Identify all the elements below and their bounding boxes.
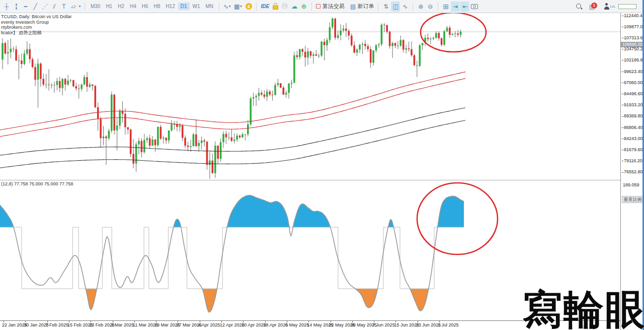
price-axis-label: 79116.20 bbox=[622, 158, 642, 163]
price-axis-label: 76552.80 bbox=[622, 169, 643, 174]
indicators-icon[interactable]: ∿▼ bbox=[222, 2, 232, 12]
chart-shift-end-icon[interactable]: ⇥ bbox=[451, 2, 460, 12]
date-axis-label: 12 Apr 2025 bbox=[220, 322, 245, 327]
chart-shift-icon[interactable]: ⇤ bbox=[460, 2, 469, 12]
timeframe-w1[interactable]: W1 bbox=[190, 3, 203, 10]
price-axis-label: 109877.00 bbox=[622, 24, 644, 29]
date-axis-label: 15 Jun 2025 bbox=[394, 322, 419, 327]
shapes-dropdown-caret[interactable]: ▼ bbox=[78, 5, 82, 8]
market-globe-icon[interactable]: ⊕ bbox=[299, 2, 308, 12]
mt5-window: ┼╏╍╱⋰⫽T▱ ▼ M30H1H2H4H6H8H12D1W1MN ∿▼ ▦▼ … bbox=[0, 0, 644, 330]
notification-icon[interactable]: 1 bbox=[588, 2, 598, 12]
connection-status-bar bbox=[618, 4, 636, 9]
search-icon[interactable] bbox=[575, 2, 584, 12]
price-axis-label: 112440.40 bbox=[622, 13, 644, 18]
chart-column: TCUSD, Daily: Bitcoin vs US Dollar event… bbox=[0, 13, 620, 330]
indicator-axis-label: 189.059 bbox=[623, 182, 639, 187]
equidistant-channel-tool[interactable]: ⫽ bbox=[50, 2, 59, 12]
price-axis-label: 81679.60 bbox=[622, 147, 643, 152]
shapes-tool[interactable]: ▱ bbox=[69, 2, 78, 12]
timeframe-m30[interactable]: M30 bbox=[88, 3, 103, 10]
date-axis-label: 7 Feb 2025 bbox=[46, 322, 69, 327]
date-axis-label: 4 Apr 2025 bbox=[198, 322, 220, 327]
line-chart-icon[interactable]: ∿ bbox=[400, 2, 410, 12]
crosshair-tool[interactable]: ┼ bbox=[2, 2, 11, 12]
zoom-in-icon[interactable]: ⊕ bbox=[416, 2, 425, 12]
chart-area: TCUSD, Daily: Bitcoin vs US Dollar event… bbox=[0, 13, 644, 330]
template-icon[interactable]: ▦▼ bbox=[233, 2, 244, 12]
vertical-line-tool[interactable]: ╏ bbox=[12, 2, 21, 12]
broker-line: eventy Investech Group bbox=[1, 20, 72, 25]
trendline-angle-tool[interactable]: ⋰ bbox=[40, 2, 49, 12]
price-axis-label: 89369.80 bbox=[622, 113, 643, 118]
date-axis-label: 20 Apr 2025 bbox=[242, 322, 266, 327]
date-axis-label: 28 Apr 2025 bbox=[264, 322, 288, 327]
deposit-icon[interactable]: $ bbox=[244, 2, 253, 12]
timeframe-h4[interactable]: H4 bbox=[127, 3, 139, 10]
lock-icon[interactable] bbox=[271, 2, 280, 12]
price-axis-label: 99623.40 bbox=[622, 69, 643, 74]
tile-windows-icon[interactable]: ⊞ bbox=[441, 2, 450, 12]
timeframe-h8[interactable]: H8 bbox=[151, 3, 163, 10]
timeframe-h6[interactable]: H6 bbox=[139, 3, 151, 10]
price-axis-label: 102186.80 bbox=[622, 57, 644, 62]
timeframe-h2[interactable]: H2 bbox=[115, 3, 127, 10]
date-axis-label: 22 Jan 2025 bbox=[2, 322, 27, 327]
separator bbox=[413, 3, 413, 11]
current-price-tag: 108690.00 bbox=[621, 42, 644, 47]
timeframe-h1[interactable]: H1 bbox=[103, 3, 115, 10]
timeframe-group: M30H1H2H4H6H8H12D1W1MN bbox=[88, 3, 216, 10]
toolbar: ┼╏╍╱⋰⫽T▱ ▼ M30H1H2H4H6H8H12D1W1MN ∿▼ ▦▼ … bbox=[0, 0, 644, 13]
algo-trading-button[interactable]: 算法交易 bbox=[315, 2, 346, 12]
community-icon: ⓜ bbox=[280, 2, 289, 12]
price-axis[interactable]: 112440.40109877.00107313.60104750.201021… bbox=[620, 13, 644, 330]
separator bbox=[311, 3, 312, 11]
price-axis-label: 91933.20 bbox=[622, 102, 643, 107]
date-axis-label: 3 Mar 2025 bbox=[111, 322, 134, 327]
zoom-out-icon[interactable]: ⊖ bbox=[426, 2, 435, 12]
symbol-title: TCUSD, Daily: Bitcoin vs US Dollar bbox=[1, 14, 72, 20]
vertical-scale-button[interactable]: 垂直比例 bbox=[622, 196, 643, 203]
cloud-icon[interactable]: ☁ bbox=[290, 2, 299, 12]
price-axis-label: 86806.40 bbox=[622, 125, 643, 130]
broker-site: ntybrokers.com bbox=[1, 25, 72, 30]
text-tool[interactable]: T bbox=[59, 2, 68, 12]
timeframe-h12[interactable]: H12 bbox=[163, 3, 177, 10]
indicator-values-label: (12,8) 77.758 75.000 75.000 77.758 bbox=[1, 181, 73, 186]
indicator-title: licator】 趋势之階梯 bbox=[1, 30, 72, 36]
watermark-text: 寫輪眼 bbox=[522, 290, 644, 330]
new-order-icon: ▤ bbox=[350, 3, 356, 10]
separator bbox=[438, 3, 438, 11]
separator bbox=[378, 3, 378, 11]
separator bbox=[219, 3, 219, 11]
timeframe-mn[interactable]: MN bbox=[203, 3, 216, 10]
date-axis-label: 30 Jan 2025 bbox=[24, 322, 49, 327]
price-chart[interactable] bbox=[0, 13, 620, 180]
price-pane[interactable]: TCUSD, Daily: Bitcoin vs US Dollar event… bbox=[0, 13, 620, 180]
date-axis-label: 7 Jun 2025 bbox=[372, 322, 395, 327]
trendline-tool[interactable]: ╱ bbox=[31, 2, 40, 12]
separator bbox=[85, 3, 85, 11]
symbol-info: TCUSD, Daily: Bitcoin vs US Dollar event… bbox=[1, 14, 72, 35]
account-icon[interactable]: LVL bbox=[603, 2, 616, 12]
drawing-tools-group: ┼╏╍╱⋰⫽T▱ bbox=[2, 2, 78, 12]
price-axis-label: 97060.00 bbox=[622, 80, 643, 85]
horizontal-line-tool[interactable]: ╍ bbox=[21, 2, 30, 12]
ide-button[interactable]: IDE bbox=[260, 2, 270, 12]
date-axis-label: 6 May 2025 bbox=[285, 322, 309, 327]
date-axis-label: 23 Jun 2025 bbox=[416, 322, 441, 327]
price-axis-label: 94496.60 bbox=[622, 91, 643, 96]
tick-chart-icon[interactable]: ⇅ bbox=[381, 2, 390, 12]
notification-badge: 1 bbox=[591, 3, 597, 9]
price-axis-label: 84243.00 bbox=[622, 136, 643, 141]
new-order-button[interactable]: ▤新订单 bbox=[349, 2, 375, 12]
timeframe-d1[interactable]: D1 bbox=[178, 3, 190, 10]
separator bbox=[256, 3, 257, 11]
date-axis-label: 1 Jul 2025 bbox=[438, 322, 459, 327]
price-axis-label: 107313.60 bbox=[622, 35, 644, 40]
screenshot-camera-icon[interactable] bbox=[470, 2, 479, 12]
algo-trading-icon bbox=[316, 4, 320, 9]
candle-chart-icon[interactable]: ◫ bbox=[391, 2, 400, 12]
